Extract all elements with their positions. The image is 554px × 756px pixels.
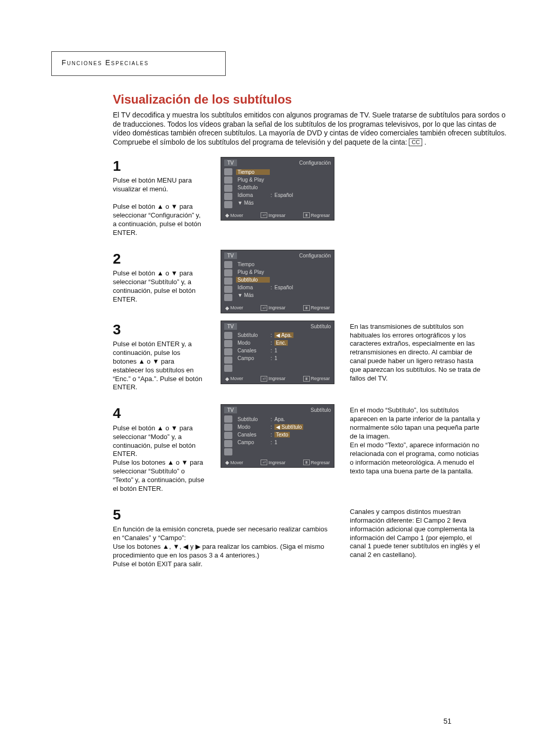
osd1-item-tiempo: Tiempo xyxy=(236,169,270,175)
osd3-item-subtitulo: Subtítulo xyxy=(238,332,268,338)
osd3-item-modo: Modo xyxy=(238,340,268,346)
header-text: Funciones Especiales xyxy=(62,58,149,67)
step-5-number: 5 xyxy=(113,506,334,524)
osd4-item-campo: Campo xyxy=(238,440,268,445)
osd-4: TV Subtítulo Subtítulo:Apa. Modo:◀ Subtí… xyxy=(221,404,334,468)
osd4-foot-mover: Mover xyxy=(230,460,243,465)
osd3-title: Subtítulo xyxy=(311,324,331,329)
osd1-sidebar-icons xyxy=(224,168,235,209)
osd-1: TV Configuración Tiempo Plug & Play Subt… xyxy=(221,157,334,221)
osd2-foot-mover: Mover xyxy=(230,305,243,310)
osd4-foot-ingresar: Ingresar xyxy=(268,460,285,465)
osd-2: TV Configuración Tiempo Plug & Play Subt… xyxy=(221,250,334,313)
osd2-item-mas: ▼ Más xyxy=(238,292,279,298)
osd4-modo-val-bot: Texto xyxy=(274,432,290,437)
osd3-item-campo: Campo xyxy=(238,355,268,361)
step-1-number: 1 xyxy=(113,157,205,175)
osd4-campo-val: 1 xyxy=(274,440,278,445)
osd-3: TV Subtítulo Subtítulo:◀ Apa. Modo:Enc. … xyxy=(221,321,334,384)
osd2-idioma-val: Español xyxy=(274,285,293,290)
osd3-sub-val-apa: ◀ Apa. xyxy=(274,332,293,338)
page-title: Visualización de los subtítulos xyxy=(113,92,513,107)
osd4-item-subtitulo: Subtítulo xyxy=(238,416,268,422)
osd2-item-idioma: Idioma xyxy=(238,285,268,290)
osd1-footer: ◆Mover ⏎Ingresar ⅢRegresar xyxy=(224,212,331,219)
step-4-number: 4 xyxy=(113,404,205,423)
osd3-foot-regresar: Regresar xyxy=(311,376,330,381)
updown-icon: ◆ xyxy=(225,212,229,218)
return-icon: Ⅲ xyxy=(303,212,310,218)
osd2-item-plugplay: Plug & Play xyxy=(238,269,268,275)
intro-paragraph: El TV decodifica y muestra los subtítulo… xyxy=(113,111,513,147)
page: Funciones Especiales Visualización de lo… xyxy=(0,0,554,756)
step-2-row: 2 Pulse el botón ▲ o ▼ para seleccionar … xyxy=(113,250,513,321)
osd2-item-tiempo: Tiempo xyxy=(238,262,268,267)
osd4-sub-val: Apa. xyxy=(274,416,285,422)
osd4-foot-regresar: Regresar xyxy=(311,460,330,465)
osd1-foot-ingresar: Ingresar xyxy=(268,213,285,218)
step-2-text: Pulse el botón ▲ o ▼ para seleccionar “S… xyxy=(113,269,205,304)
osd4-footer: ◆Mover ⏎Ingresar ⅢRegresar xyxy=(224,460,331,466)
step-2-number: 2 xyxy=(113,250,205,268)
step-4-text: Pulse el botón ▲ o ▼ para seleccionar “M… xyxy=(113,424,205,493)
osd1-tv-label: TV xyxy=(224,160,237,166)
osd2-foot-regresar: Regresar xyxy=(311,305,330,310)
osd1-item-subtitulo: Subtítulo xyxy=(238,185,268,190)
osd3-canales-val: 1 xyxy=(274,348,278,353)
osd2-footer: ◆Mover ⏎Ingresar ⅢRegresar xyxy=(224,305,331,312)
osd2-title: Configuración xyxy=(299,253,331,258)
osd2-tv-label: TV xyxy=(224,252,237,259)
step-3-text: Pulse el botón ENTER y, a continuación, … xyxy=(113,340,205,392)
osd4-title: Subtítulo xyxy=(311,407,331,413)
cc-symbol: CC xyxy=(409,138,422,147)
note-3: Canales y campos distintos muestran info… xyxy=(350,508,483,560)
step-5-row: 5 En función de la emisión concreta, pue… xyxy=(113,506,513,581)
step-1-row: 1 Pulse el botón MENU para visualizar el… xyxy=(113,157,513,250)
osd3-foot-ingresar: Ingresar xyxy=(268,376,285,381)
note-2: En el modo “Subtítulo”, los subtítulos a… xyxy=(350,406,483,475)
osd3-sub-val-enc: Enc. xyxy=(274,340,288,346)
osd1-title: Configuración xyxy=(299,160,331,166)
page-number: 51 xyxy=(443,717,451,725)
enter-icon: ⏎ xyxy=(261,212,267,218)
osd3-sidebar-icons xyxy=(224,332,235,373)
osd1-item-plugplay: Plug & Play xyxy=(238,177,268,183)
step-4-row: 4 Pulse el botón ▲ o ▼ para seleccionar … xyxy=(113,404,513,506)
note-1: En las transmisiones de subtítulos son h… xyxy=(350,323,483,383)
osd2-item-subtitulo: Subtítulo xyxy=(236,277,270,283)
osd1-foot-regresar: Regresar xyxy=(311,213,330,218)
osd1-item-mas: ▼ Más xyxy=(238,200,279,206)
osd1-idioma-val: Español xyxy=(274,192,293,198)
osd3-foot-mover: Mover xyxy=(230,376,243,381)
osd3-campo-val: 1 xyxy=(274,355,278,361)
step-3-row: 3 Pulse el botón ENTER y, a continuación… xyxy=(113,321,513,405)
osd4-sidebar-icons xyxy=(224,415,235,456)
step-3-number: 3 xyxy=(113,321,205,339)
osd3-footer: ◆Mover ⏎Ingresar ⅢRegresar xyxy=(224,376,331,383)
step-1-text: Pulse el botón MENU para visualizar el m… xyxy=(113,176,205,237)
osd1-item-idioma: Idioma xyxy=(238,192,268,198)
intro-text: El TV decodifica y muestra los subtítulo… xyxy=(113,111,506,146)
osd2-sidebar-icons xyxy=(224,261,235,302)
step-5-text: En función de la emisión concreta, puede… xyxy=(113,525,334,568)
osd3-item-canales: Canales xyxy=(238,348,268,353)
osd4-item-canales: Canales xyxy=(238,432,268,437)
osd1-foot-mover: Mover xyxy=(230,213,243,218)
osd2-foot-ingresar: Ingresar xyxy=(268,305,285,310)
osd4-modo-val-top: ◀ Subtítulo xyxy=(274,424,303,430)
osd3-tv-label: TV xyxy=(224,323,237,330)
osd4-item-modo: Modo xyxy=(238,424,268,430)
osd4-tv-label: TV xyxy=(224,407,237,413)
